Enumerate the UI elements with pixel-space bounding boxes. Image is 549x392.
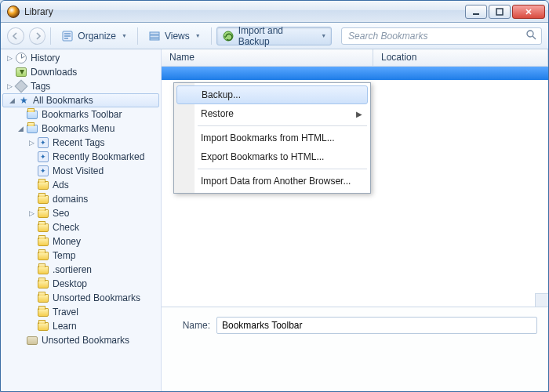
folder-icon bbox=[37, 179, 49, 191]
tree-desktop[interactable]: Desktop bbox=[1, 277, 161, 291]
menu-divider bbox=[198, 169, 367, 169]
folder-icon bbox=[37, 306, 49, 318]
tree-label: .sortieren bbox=[53, 264, 92, 275]
column-name[interactable]: Name bbox=[162, 49, 373, 66]
bookmark-star-icon bbox=[17, 94, 30, 107]
search-box[interactable] bbox=[341, 27, 542, 45]
tree-unsorted-bookmarks-folder[interactable]: Unsorted Bookmarks bbox=[1, 291, 161, 305]
tree-recent-tags[interactable]: ▷ ✦ Recent Tags bbox=[1, 136, 161, 150]
tree-history[interactable]: ▷ History bbox=[1, 51, 161, 65]
smart-folder-icon: ✦ bbox=[37, 136, 49, 149]
tree-tags[interactable]: ▷ Tags bbox=[1, 79, 161, 93]
smart-folder-icon: ✦ bbox=[37, 151, 49, 163]
svg-point-7 bbox=[527, 31, 533, 37]
folder-icon bbox=[37, 278, 49, 290]
tree-bookmarks-toolbar[interactable]: Bookmarks Toolbar bbox=[1, 107, 161, 122]
folder-icon bbox=[37, 320, 49, 332]
menu-import-html[interactable]: Import Bookmarks from HTML... bbox=[176, 129, 369, 147]
organize-icon bbox=[61, 30, 74, 42]
import-backup-menu-button[interactable]: Import and Backup ▼ bbox=[216, 27, 332, 45]
tree-label: Bookmarks Menu bbox=[42, 123, 115, 134]
tree-domains[interactable]: domains bbox=[1, 192, 161, 206]
search-input[interactable] bbox=[347, 30, 526, 42]
import-backup-menu: Backup... Restore ▶ Import Bookmarks fro… bbox=[173, 82, 371, 194]
tag-icon bbox=[15, 80, 27, 93]
submenu-arrow-icon: ▶ bbox=[356, 110, 362, 118]
menu-label: Backup... bbox=[202, 89, 241, 100]
tree-label: All Bookmarks bbox=[33, 95, 93, 106]
minimize-button[interactable] bbox=[465, 5, 487, 19]
forward-button[interactable] bbox=[29, 27, 46, 45]
window-title: Library bbox=[24, 6, 465, 17]
back-button[interactable] bbox=[7, 27, 24, 45]
maximize-button[interactable] bbox=[489, 5, 511, 19]
detail-name-input[interactable] bbox=[216, 317, 537, 334]
expand-icon[interactable]: ▷ bbox=[4, 54, 15, 62]
tree-recently-bookmarked[interactable]: ✦ Recently Bookmarked bbox=[1, 150, 161, 164]
views-label: Views bbox=[165, 31, 190, 42]
svg-rect-0 bbox=[473, 13, 479, 15]
tree-money[interactable]: Money bbox=[1, 234, 161, 249]
toolbar: Organize ▼ Views ▼ Import and Backup ▼ bbox=[1, 23, 548, 49]
collapse-icon[interactable]: ◢ bbox=[6, 96, 17, 104]
clock-icon bbox=[15, 52, 27, 64]
collapse-icon[interactable]: ◢ bbox=[15, 125, 26, 132]
tree-label: Unsorted Bookmarks bbox=[53, 292, 140, 303]
tree-label: Bookmarks Toolbar bbox=[42, 109, 122, 120]
tree-label: Tags bbox=[31, 81, 50, 92]
menu-label: Import Data from Another Browser... bbox=[201, 176, 351, 187]
organize-label: Organize bbox=[78, 31, 116, 42]
menu-restore[interactable]: Restore ▶ bbox=[176, 104, 369, 123]
folder-icon bbox=[37, 207, 49, 220]
svg-rect-5 bbox=[150, 38, 159, 40]
tree-unsorted-bookmarks[interactable]: Unsorted Bookmarks bbox=[1, 333, 161, 347]
tree-label: Ads bbox=[53, 180, 69, 191]
tree-temp[interactable]: Temp bbox=[1, 249, 161, 263]
tree-all-bookmarks[interactable]: ◢ All Bookmarks bbox=[2, 93, 159, 107]
organize-menu-button[interactable]: Organize ▼ bbox=[56, 27, 133, 45]
tree-ads[interactable]: Ads bbox=[1, 178, 161, 192]
tree-label: Money bbox=[53, 236, 81, 247]
tree-sortieren[interactable]: .sortieren bbox=[1, 263, 161, 277]
tree-most-visited[interactable]: ✦ Most Visited bbox=[1, 164, 161, 178]
folder-icon bbox=[37, 221, 49, 234]
tree-check[interactable]: Check bbox=[1, 220, 161, 234]
tree-label: Travel bbox=[53, 307, 78, 318]
menu-export-html[interactable]: Export Bookmarks to HTML... bbox=[176, 147, 369, 166]
close-button[interactable] bbox=[512, 5, 545, 19]
scrollbar-corner bbox=[535, 293, 548, 307]
tree-downloads[interactable]: Downloads bbox=[1, 65, 161, 79]
list-area[interactable]: Backup... Restore ▶ Import Bookmarks fro… bbox=[162, 67, 548, 307]
tree-learn[interactable]: Learn bbox=[1, 319, 161, 333]
bookmarks-toolbar-icon bbox=[26, 108, 38, 121]
search-icon bbox=[526, 30, 536, 42]
expand-icon[interactable]: ▷ bbox=[26, 139, 37, 147]
tree-travel[interactable]: Travel bbox=[1, 305, 161, 319]
tree-label: domains bbox=[53, 194, 88, 205]
app-icon bbox=[7, 5, 20, 18]
tree-label: Recently Bookmarked bbox=[53, 151, 144, 162]
tree-label: Check bbox=[53, 222, 79, 233]
tree-label: Desktop bbox=[53, 278, 87, 289]
detail-name-label: Name: bbox=[173, 320, 210, 331]
sidebar: ▷ History Downloads ▷ Tags ◢ All Bookmar… bbox=[1, 49, 162, 392]
list-row-selected[interactable] bbox=[162, 67, 548, 80]
views-menu-button[interactable]: Views ▼ bbox=[143, 27, 206, 45]
tree-seo[interactable]: ▷ Seo bbox=[1, 206, 161, 220]
column-location[interactable]: Location bbox=[373, 49, 548, 66]
folder-icon bbox=[37, 292, 49, 304]
bookmarks-menu-icon bbox=[26, 122, 38, 135]
tree-bookmarks-menu[interactable]: ◢ Bookmarks Menu bbox=[1, 122, 161, 136]
svg-rect-1 bbox=[496, 9, 503, 15]
import-backup-icon bbox=[222, 30, 235, 42]
menu-backup[interactable]: Backup... bbox=[176, 85, 368, 104]
chevron-down-icon: ▼ bbox=[122, 33, 127, 38]
detail-pane: Name: bbox=[162, 307, 548, 392]
content-pane: Name Location Backup... Restore ▶ bbox=[162, 49, 548, 392]
expand-icon[interactable]: ▷ bbox=[4, 82, 15, 90]
chevron-down-icon: ▼ bbox=[195, 33, 201, 38]
svg-rect-3 bbox=[150, 32, 159, 34]
expand-icon[interactable]: ▷ bbox=[26, 209, 37, 217]
menu-import-browser[interactable]: Import Data from Another Browser... bbox=[176, 172, 369, 191]
svg-rect-4 bbox=[150, 35, 159, 38]
